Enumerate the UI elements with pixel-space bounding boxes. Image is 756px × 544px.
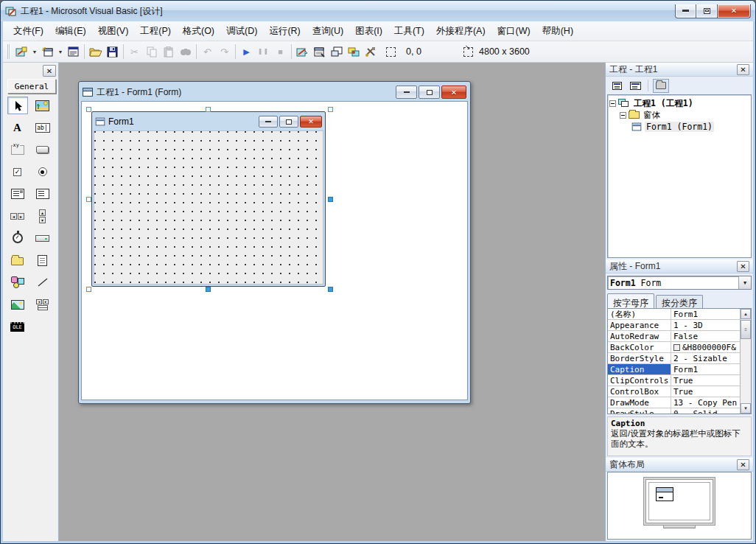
property-row-clipcontrols[interactable]: ClipControlsTrue bbox=[608, 375, 740, 386]
tool-label[interactable]: A bbox=[7, 119, 28, 136]
property-row-caption[interactable]: CaptionForm1 bbox=[608, 364, 740, 375]
form1-minimize-button[interactable] bbox=[259, 116, 278, 128]
toggle-folders-button[interactable] bbox=[653, 79, 669, 93]
properties-window-button[interactable] bbox=[311, 43, 328, 60]
property-row-appearance[interactable]: Appearance1 - 3D bbox=[608, 320, 740, 331]
tool-frame[interactable]: xy bbox=[7, 141, 28, 158]
tool-vscrollbar[interactable]: ▴▾ bbox=[32, 207, 53, 225]
tool-shape[interactable] bbox=[7, 273, 28, 291]
child-close-button[interactable]: ✕ bbox=[441, 86, 466, 99]
tool-drivelistbox[interactable] bbox=[32, 229, 53, 247]
menu-edit[interactable]: 编辑(E) bbox=[49, 22, 92, 41]
form-designer-titlebar[interactable]: 工程1 - Form1 (Form) ✕ bbox=[81, 83, 468, 101]
tool-commandbutton[interactable] bbox=[32, 141, 53, 158]
toolbox-tab-general[interactable]: General bbox=[7, 79, 56, 94]
menu-project[interactable]: 工程(P) bbox=[134, 22, 177, 41]
property-row-name[interactable]: (名称)Form1 bbox=[608, 309, 740, 320]
form1-maximize-button[interactable] bbox=[279, 116, 298, 128]
menu-diagram[interactable]: 图表(I) bbox=[349, 22, 388, 41]
collapse-icon[interactable] bbox=[620, 112, 626, 119]
menu-query[interactable]: 查询(U) bbox=[307, 22, 349, 41]
selection-handle-ne[interactable] bbox=[328, 107, 333, 112]
menu-window[interactable]: 窗口(W) bbox=[491, 22, 536, 41]
tool-hscrollbar[interactable]: ◂▸ bbox=[7, 207, 28, 225]
project-panel-close-button[interactable]: ✕ bbox=[737, 64, 749, 75]
menu-tools[interactable]: 工具(T) bbox=[388, 22, 430, 41]
menu-debug[interactable]: 调试(D) bbox=[220, 22, 263, 41]
tool-line[interactable] bbox=[32, 273, 53, 291]
open-project-button[interactable] bbox=[87, 43, 104, 60]
property-grid-scrollbar[interactable]: ▲ ≡ ▼ bbox=[740, 309, 751, 414]
tool-image[interactable] bbox=[7, 296, 28, 313]
toolbar-grip[interactable] bbox=[7, 44, 10, 59]
property-row-borderstyle[interactable]: BorderStyle2 - Sizable bbox=[608, 353, 740, 364]
form-position-preview[interactable] bbox=[656, 487, 673, 501]
properties-panel-close-button[interactable]: ✕ bbox=[737, 261, 749, 272]
tool-pointer[interactable] bbox=[7, 97, 28, 114]
menu-editor-button[interactable] bbox=[65, 43, 82, 60]
form-layout-panel-header[interactable]: 窗体布局 ✕ bbox=[606, 458, 753, 472]
scroll-up-button[interactable]: ▲ bbox=[741, 309, 751, 319]
properties-panel-header[interactable]: 属性 - Form1 ✕ bbox=[606, 259, 753, 273]
tab-alphabetic[interactable]: 按字母序 bbox=[607, 293, 654, 308]
child-maximize-button[interactable] bbox=[419, 86, 440, 99]
property-row-backcolor[interactable]: BackColor&H8000000F& bbox=[608, 342, 740, 353]
menu-view[interactable]: 视图(V) bbox=[92, 22, 135, 41]
form-designer-window[interactable]: 工程1 - Form1 (Form) ✕ Form1 bbox=[78, 81, 471, 404]
start-button[interactable]: ▶ bbox=[238, 43, 255, 60]
close-button[interactable]: ✕ bbox=[717, 4, 751, 18]
child-minimize-button[interactable] bbox=[396, 86, 417, 99]
menu-run[interactable]: 运行(R) bbox=[263, 22, 306, 41]
add-project-dropdown[interactable]: ▼ bbox=[30, 43, 39, 60]
selection-handle-s[interactable] bbox=[206, 287, 211, 292]
form-design-surface[interactable] bbox=[94, 130, 323, 285]
add-form-button[interactable] bbox=[39, 43, 56, 60]
tool-ole[interactable]: OLE bbox=[7, 318, 28, 335]
tool-data[interactable]: ◂▸ bbox=[32, 296, 53, 313]
view-code-button[interactable] bbox=[609, 79, 625, 93]
menu-format[interactable]: 格式(O) bbox=[177, 22, 220, 41]
add-project-button[interactable] bbox=[13, 43, 30, 60]
maximize-button[interactable] bbox=[696, 4, 717, 18]
title-bar[interactable]: 工程1 - Microsoft Visual Basic [设计] ✕ bbox=[1, 1, 755, 21]
tool-timer[interactable] bbox=[7, 229, 28, 247]
menu-help[interactable]: 帮助(H) bbox=[536, 22, 579, 41]
tab-categorized[interactable]: 按分类序 bbox=[656, 295, 703, 310]
tool-textbox[interactable]: ab| bbox=[32, 119, 53, 136]
menu-file[interactable]: 文件(F) bbox=[7, 22, 49, 41]
object-selector[interactable]: Form1 Form ▼ bbox=[607, 276, 752, 290]
property-row-drawmode[interactable]: DrawMode13 - Copy Pen bbox=[608, 397, 740, 408]
form1-titlebar[interactable]: Form1 ✕ bbox=[94, 113, 323, 130]
view-object-button[interactable] bbox=[627, 79, 643, 93]
toolbox-close-button[interactable]: ✕ bbox=[43, 65, 56, 77]
tool-filelistbox[interactable] bbox=[32, 251, 53, 269]
selection-handle-n[interactable] bbox=[206, 107, 211, 112]
selection-handle-nw[interactable] bbox=[86, 107, 91, 112]
add-form-dropdown[interactable]: ▼ bbox=[56, 43, 65, 60]
tool-dirlistbox[interactable] bbox=[7, 251, 28, 269]
form-layout-close-button[interactable]: ✕ bbox=[737, 459, 749, 470]
tree-node-forms-folder[interactable]: 窗体 bbox=[609, 109, 749, 121]
selection-handle-se[interactable] bbox=[328, 287, 333, 292]
tree-node-form1[interactable]: Form1 (Form1) bbox=[609, 121, 749, 133]
menu-addins[interactable]: 外接程序(A) bbox=[430, 22, 491, 41]
save-project-button[interactable] bbox=[104, 43, 121, 60]
form1-window[interactable]: Form1 ✕ bbox=[91, 111, 326, 287]
toolbox-button[interactable] bbox=[362, 43, 379, 60]
scroll-down-button[interactable]: ▼ bbox=[741, 403, 751, 414]
selection-handle-e[interactable] bbox=[328, 197, 333, 202]
tool-combobox[interactable] bbox=[7, 185, 28, 203]
tool-optionbutton[interactable] bbox=[32, 163, 53, 181]
project-panel-header[interactable]: 工程 - 工程1 ✕ bbox=[606, 63, 753, 77]
collapse-icon[interactable] bbox=[609, 100, 616, 107]
tool-checkbox[interactable]: ✓ bbox=[7, 163, 28, 181]
tree-node-project[interactable]: 工程1 (工程1) bbox=[609, 97, 749, 109]
tool-listbox[interactable] bbox=[32, 185, 53, 203]
property-row-controlbox[interactable]: ControlBoxTrue bbox=[608, 386, 740, 397]
dropdown-button[interactable]: ▼ bbox=[738, 276, 751, 289]
project-explorer-button[interactable] bbox=[294, 43, 311, 60]
form-layout-button[interactable] bbox=[328, 43, 345, 60]
property-row-drawstyle[interactable]: DrawStyle0 - Solid bbox=[608, 408, 740, 414]
form1-close-button[interactable]: ✕ bbox=[300, 116, 322, 128]
property-row-autoredraw[interactable]: AutoRedrawFalse bbox=[608, 331, 740, 342]
